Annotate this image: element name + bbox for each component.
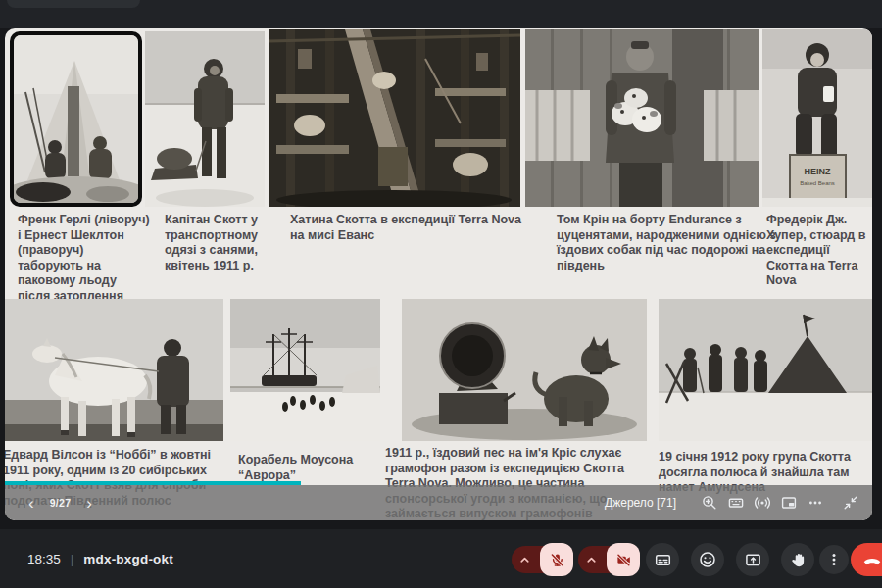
raised-hand-icon <box>790 552 807 568</box>
chevron-up-icon <box>517 553 532 567</box>
photo-aurora-ship <box>230 299 380 441</box>
photo-wilson-pony <box>5 299 223 441</box>
heinz-brand-text: HEINZ <box>805 167 832 176</box>
keyboard-icon[interactable] <box>727 495 744 512</box>
call-end-icon <box>861 549 882 570</box>
photo-hooper-heinz: HEINZ Baked Beans <box>762 29 872 207</box>
caption-scott-hut: Хатина Скотта в експедиції Terra Nova на… <box>290 213 530 243</box>
photo-amundsen-tent-art <box>659 299 872 441</box>
photo-crean-puppies <box>525 29 760 207</box>
caption-aurora: Корабель Моусона “Аврора” <box>238 453 395 483</box>
chevron-up-icon <box>584 553 599 567</box>
smiley-icon <box>699 551 716 568</box>
photo-scott-hut-interior <box>269 29 520 207</box>
photo-scott-sledge-art <box>145 31 265 207</box>
raise-hand-button[interactable] <box>781 543 814 576</box>
photo-crean-puppies-art <box>525 29 760 207</box>
page-indicator: 9/27 <box>50 497 72 509</box>
photo-dog-gramophone <box>402 299 647 441</box>
more-options-button[interactable] <box>819 545 849 574</box>
caption-hooper: Фредерік Дж. Хупер, стюард в експедиції … <box>766 213 872 289</box>
reactions-button[interactable] <box>691 543 724 576</box>
heinz-product-text: Baked Beans <box>800 180 835 186</box>
photo-hooper-heinz-art: HEINZ Baked Beans <box>762 29 872 207</box>
caption-crean-puppies: Том Крін на борту Endurance з цуценятами… <box>557 213 790 273</box>
more-options-icon[interactable] <box>807 495 823 512</box>
zoom-in-icon[interactable] <box>701 495 717 512</box>
collapse-icon[interactable] <box>842 495 858 512</box>
captions-icon <box>655 552 671 568</box>
next-slide-button[interactable]: › <box>80 495 98 512</box>
more-vert-icon <box>826 552 842 567</box>
photo-scott-sledge <box>145 31 265 207</box>
source-link[interactable]: Джерело [71] <box>605 496 676 510</box>
mic-mute-button[interactable] <box>540 543 573 576</box>
camera-off-button[interactable] <box>607 543 640 576</box>
leave-call-button[interactable] <box>851 543 882 576</box>
presentation-toolbar: ‹ 9/27 › Джерело [71] <box>5 485 872 520</box>
mic-off-icon <box>549 552 565 568</box>
photo-amundsen-tent <box>659 299 872 441</box>
broadcast-icon[interactable] <box>754 495 770 512</box>
photo-wilson-pony-art <box>5 299 223 441</box>
clock-time: 18:35 <box>27 552 61 566</box>
video-tile-edge <box>7 0 140 8</box>
picture-in-picture-icon[interactable] <box>780 495 797 512</box>
prev-slide-button[interactable]: ‹ <box>23 495 40 512</box>
meeting-info: 18:35 | mdx-bxgd-okt <box>27 552 173 566</box>
photo-endurance-camp-art <box>14 35 138 203</box>
shared-presentation-slide: HEINZ Baked Beans Френк Герлі (ліворуч) … <box>5 28 872 520</box>
photo-dog-gramophone-art <box>402 299 647 441</box>
captions-button[interactable] <box>646 543 679 576</box>
meeting-code: mdx-bxgd-okt <box>83 552 173 566</box>
camera-off-icon <box>615 552 632 568</box>
meet-window: HEINZ Baked Beans Френк Герлі (ліворуч) … <box>0 0 882 588</box>
caption-scott-sledge: Капітан Скотт у транспортному одязі з са… <box>165 213 274 273</box>
divider: | <box>71 552 74 566</box>
present-screen-button[interactable] <box>736 543 769 576</box>
photo-aurora-art <box>230 299 380 441</box>
photo-scott-hut-art <box>269 29 520 207</box>
photo-endurance-camp <box>10 31 142 207</box>
present-icon <box>745 552 761 568</box>
